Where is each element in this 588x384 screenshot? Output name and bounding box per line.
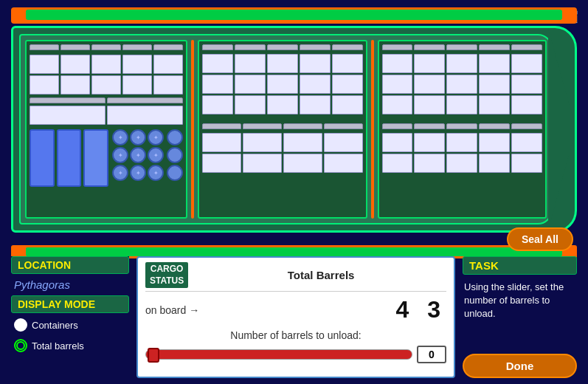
- cargo-container: [122, 75, 152, 95]
- barrel: ✦: [112, 165, 128, 181]
- barrel: [167, 147, 183, 163]
- cargo-container: [60, 55, 90, 74]
- cargo-container: [414, 75, 445, 94]
- cargo-container: [267, 54, 298, 73]
- cargo-container: [202, 54, 233, 73]
- barrel: ✦: [130, 129, 146, 145]
- blue-container: [57, 129, 82, 187]
- unload-label: Number of barrels to unload:: [145, 329, 446, 341]
- hold-section-1: ✦ ✦ ✦ ✦ ✦ ✦ ✦ ✦ ✦: [25, 40, 187, 219]
- cargo-status-panel: CARGOSTATUS Total Barrels on board → 4 3…: [136, 256, 455, 378]
- cargo-container: [479, 75, 510, 94]
- total-barrels-label: Total Barrels: [196, 269, 446, 281]
- cargo-container: [332, 54, 363, 73]
- ship-area: ✦ ✦ ✦ ✦ ✦ ✦ ✦ ✦ ✦: [11, 26, 577, 233]
- top-pipe: [11, 7, 577, 24]
- cargo-container: [511, 133, 542, 152]
- cargo-container: [283, 133, 322, 152]
- barrel: ✦: [130, 147, 146, 163]
- barrel: ✦: [112, 129, 128, 145]
- done-button[interactable]: Done: [463, 354, 577, 378]
- cargo-container: [382, 54, 413, 73]
- hold-divider: [191, 40, 194, 219]
- cargo-container: [414, 54, 445, 73]
- cargo-container: [382, 154, 413, 173]
- cargo-container: [267, 75, 298, 94]
- cargo-container: [122, 55, 152, 74]
- cargo-container: [243, 133, 282, 152]
- cargo-container: [511, 95, 542, 114]
- cargo-container: [235, 54, 266, 73]
- cargo-container: [60, 75, 90, 95]
- hold-section-2: [198, 40, 367, 219]
- cargo-status-label: CARGOSTATUS: [145, 262, 188, 288]
- blue-container: [30, 129, 55, 187]
- cargo-container: [446, 133, 477, 152]
- cargo-container: [332, 95, 363, 114]
- slider-value-box: 0: [417, 346, 446, 363]
- cargo-container: [300, 54, 331, 73]
- cargo-container: [30, 55, 59, 74]
- ship-bow: [548, 28, 576, 230]
- blue-container: [83, 129, 108, 187]
- cargo-container: [243, 154, 282, 173]
- mode-barrels-label: Total barrels: [32, 340, 84, 352]
- barrel: ✦: [130, 165, 146, 181]
- cargo-container: [479, 133, 510, 152]
- mode-total-barrels[interactable]: Total barrels: [11, 337, 129, 354]
- display-mode-title: DISPLAY MODE: [11, 295, 129, 313]
- cargo-container: [153, 75, 183, 95]
- cargo-container: [382, 133, 413, 152]
- cargo-container: [382, 75, 413, 94]
- barrel: ✦: [148, 165, 164, 181]
- cargo-container: [414, 95, 445, 114]
- cargo-container: [511, 75, 542, 94]
- cargo-container: [446, 54, 477, 73]
- barrel: [167, 165, 183, 181]
- barrel-slider[interactable]: [145, 349, 412, 360]
- task-title: TASK: [463, 256, 577, 275]
- mode-containers-label: Containers: [32, 320, 78, 331]
- cargo-container: [324, 154, 363, 173]
- cargo-container: [202, 154, 241, 173]
- radio-containers[interactable]: [14, 318, 27, 332]
- location-title: LOCATION: [11, 256, 129, 274]
- cargo-container: [235, 95, 266, 114]
- cargo-container: [153, 55, 183, 74]
- cargo-container: [283, 154, 322, 173]
- hold-section-3: [378, 40, 547, 219]
- cargo-container: [479, 154, 510, 173]
- cargo-container: [30, 75, 59, 95]
- cargo-container: [414, 133, 445, 152]
- cargo-container: [446, 75, 477, 94]
- cargo-container: [324, 133, 363, 152]
- cargo-container: [414, 154, 445, 173]
- barrel: ✦: [148, 147, 164, 163]
- cargo-container: [91, 75, 121, 95]
- cargo-container: [382, 95, 413, 114]
- hold-divider-2: [371, 40, 374, 219]
- cargo-container: [107, 106, 183, 125]
- cargo-container: [446, 154, 477, 173]
- task-description: Using the slider, set the number of barr…: [463, 279, 577, 349]
- cargo-container: [511, 54, 542, 73]
- cargo-container: [300, 95, 331, 114]
- cargo-container: [479, 54, 510, 73]
- cargo-container: [30, 106, 106, 125]
- mode-containers[interactable]: Containers: [11, 316, 129, 334]
- barrel-count: 4 3: [396, 296, 446, 323]
- seal-all-button[interactable]: Seal All: [507, 227, 573, 251]
- location-panel: LOCATION Pythagoras DISPLAY MODE Contain…: [11, 256, 129, 378]
- radio-barrels[interactable]: [14, 339, 27, 352]
- cargo-container: [446, 95, 477, 114]
- cargo-container: [332, 75, 363, 94]
- barrel: [167, 129, 183, 145]
- cargo-container: [235, 75, 266, 94]
- cargo-container: [300, 75, 331, 94]
- cargo-container: [511, 154, 542, 173]
- cargo-container: [479, 95, 510, 114]
- task-panel: TASK Using the slider, set the number of…: [463, 256, 577, 378]
- cargo-container: [202, 133, 241, 152]
- cargo-container: [202, 95, 233, 114]
- cargo-container: [91, 55, 121, 74]
